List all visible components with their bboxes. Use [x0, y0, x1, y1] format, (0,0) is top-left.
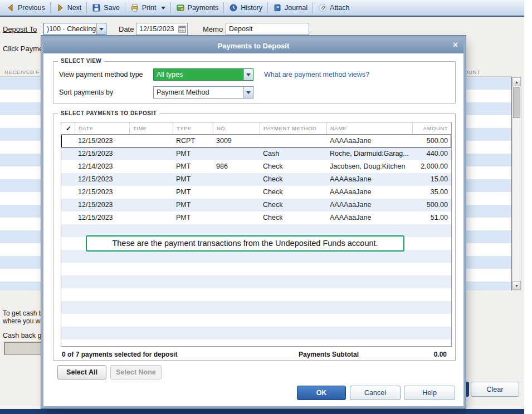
cell-type: PMT	[173, 160, 213, 173]
cell-name: Jacobsen, Doug:Kitchen	[326, 160, 412, 173]
row-checkbox[interactable]	[61, 135, 75, 147]
cell-time	[129, 199, 173, 211]
type-column-header[interactable]: TYPE	[173, 122, 213, 134]
cancel-button[interactable]: Cancel	[350, 386, 401, 400]
amount-column-header[interactable]: AMOUNT	[412, 122, 451, 134]
scroll-up-button[interactable]: ▲	[513, 77, 521, 86]
table-row[interactable]: 12/15/2023 PMT Cash Roche, Diarmuid:Gara…	[61, 147, 451, 160]
attach-button[interactable]: Attach	[314, 2, 353, 13]
cash-back-label: Cash back g	[3, 332, 41, 339]
history-button[interactable]: History	[225, 2, 266, 13]
toolbar-divider	[223, 2, 224, 13]
scroll-down-button[interactable]: ▼	[513, 281, 521, 290]
cell-name: AAAAaaJane	[326, 199, 412, 211]
dialog-title-bar: Payments to Deposit ×	[43, 38, 463, 53]
printer-icon	[130, 3, 139, 12]
toolbar-divider	[170, 2, 171, 13]
cell-amount: 15.00	[412, 173, 451, 186]
name-column-header[interactable]: NAME	[326, 122, 412, 134]
cash-back-help-line2: where you wa	[3, 317, 44, 325]
view-method-dropdown[interactable]: All types	[153, 68, 253, 81]
payments-icon	[176, 3, 185, 12]
sort-payments-dropdown[interactable]: Payment Method	[153, 86, 253, 98]
cell-date: 12/15/2023	[75, 135, 129, 147]
time-column-header[interactable]: TIME	[129, 122, 173, 134]
journal-button[interactable]: Journal	[269, 2, 311, 13]
cell-method: Check	[260, 160, 326, 173]
select-payments-section-label: SELECT PAYMENTS TO DEPOSIT	[58, 110, 159, 116]
deposit-to-dropdown[interactable]: )100 · Checking	[43, 23, 106, 35]
calendar-icon[interactable]	[178, 25, 186, 33]
row-checkbox[interactable]	[61, 211, 75, 224]
payments-button[interactable]: Payments	[172, 2, 223, 13]
next-button[interactable]: Next	[52, 2, 86, 13]
row-checkbox[interactable]	[61, 199, 75, 211]
deposit-to-dropdown-button[interactable]	[96, 23, 106, 34]
vertical-scrollbar[interactable]: ▲ ▼	[512, 77, 521, 290]
cell-time	[129, 186, 173, 199]
chevron-down-icon	[246, 73, 251, 76]
table-row[interactable]: 12/15/2023 PMT Check AAAAaaJane 51.00	[61, 211, 451, 224]
save-label: Save	[104, 4, 120, 12]
help-button[interactable]: Help	[404, 386, 455, 400]
sort-payments-dropdown-button[interactable]	[243, 87, 253, 98]
date-field[interactable]: 12/15/2023	[136, 23, 188, 35]
row-checkbox[interactable]	[61, 173, 75, 186]
row-checkbox[interactable]	[61, 186, 75, 199]
view-method-dropdown-button[interactable]	[243, 69, 253, 80]
deposit-to-label: Deposit To	[3, 25, 37, 33]
table-row[interactable]: 12/15/2023 RCPT 3009 AAAAaaJane 500.00	[61, 135, 451, 147]
check-column-header[interactable]: ✓	[61, 122, 75, 134]
cash-back-field[interactable]	[4, 342, 43, 355]
selected-count-text: 0 of 7 payments selected for deposit	[62, 348, 177, 361]
toolbar-divider	[50, 2, 51, 13]
amount-column-header[interactable]: OUNT	[464, 69, 480, 75]
deposit-to-value: )100 · Checking	[47, 25, 96, 33]
scrollbar-thumb[interactable]	[513, 87, 520, 118]
date-label: Date	[119, 25, 134, 33]
print-button[interactable]: Print	[126, 2, 169, 13]
attach-label: Attach	[330, 4, 349, 12]
next-label: Next	[67, 4, 82, 12]
no-column-header[interactable]: NO.	[213, 122, 260, 134]
cell-no	[213, 186, 260, 199]
ok-button[interactable]: OK	[297, 386, 346, 400]
cell-no	[213, 199, 260, 211]
undeposited-funds-callout: These are the payment transactions from …	[86, 235, 404, 252]
payment-method-column-header[interactable]: PAYMENT METHOD	[260, 122, 326, 134]
cell-no	[213, 173, 260, 186]
received-from-column-header[interactable]: RECEIVED F	[4, 69, 40, 75]
cell-time	[129, 173, 173, 186]
chevron-down-icon	[246, 91, 251, 94]
table-row[interactable]: 12/14/2023 PMT 986 Check Jacobsen, Doug:…	[61, 160, 451, 173]
payment-method-views-link[interactable]: What are payment method views?	[264, 68, 369, 81]
save-disk-icon	[92, 3, 101, 12]
table-row[interactable]: 12/15/2023 PMT Check AAAAaaJane 500.00	[61, 199, 451, 211]
attach-paperclip-icon	[318, 3, 327, 12]
select-none-button[interactable]: Select None	[110, 365, 162, 379]
cell-no: 986	[213, 160, 260, 173]
select-all-button[interactable]: Select All	[57, 365, 106, 379]
payments-table-header: ✓ DATE TIME TYPE NO. PAYMENT METHOD NAME…	[61, 122, 451, 135]
cell-amount: 35.00	[412, 186, 451, 199]
previous-button[interactable]: Previous	[2, 2, 49, 13]
clear-button[interactable]: Clear	[471, 382, 519, 397]
cell-time	[129, 211, 173, 224]
cell-type: PMT	[173, 186, 213, 199]
row-checkbox[interactable]	[61, 160, 75, 173]
window-bottom-border	[0, 409, 524, 414]
cell-date: 12/15/2023	[75, 199, 129, 211]
chevron-down-icon	[99, 28, 104, 31]
cell-name: AAAAaaJane	[326, 173, 412, 186]
toolbar-divider	[313, 2, 313, 13]
table-row[interactable]: 12/15/2023 PMT Check AAAAaaJane 35.00	[61, 186, 451, 199]
row-checkbox[interactable]	[61, 147, 75, 160]
memo-field[interactable]: Deposit	[226, 23, 309, 35]
close-icon[interactable]: ×	[453, 40, 458, 50]
sort-payments-value: Payment Method	[157, 88, 209, 96]
save-button[interactable]: Save	[88, 2, 124, 13]
cell-type: RCPT	[173, 135, 213, 147]
table-row[interactable]: 12/15/2023 PMT Check AAAAaaJane 15.00	[61, 173, 451, 186]
date-column-header[interactable]: DATE	[75, 122, 129, 134]
previous-arrow-icon	[6, 3, 15, 12]
